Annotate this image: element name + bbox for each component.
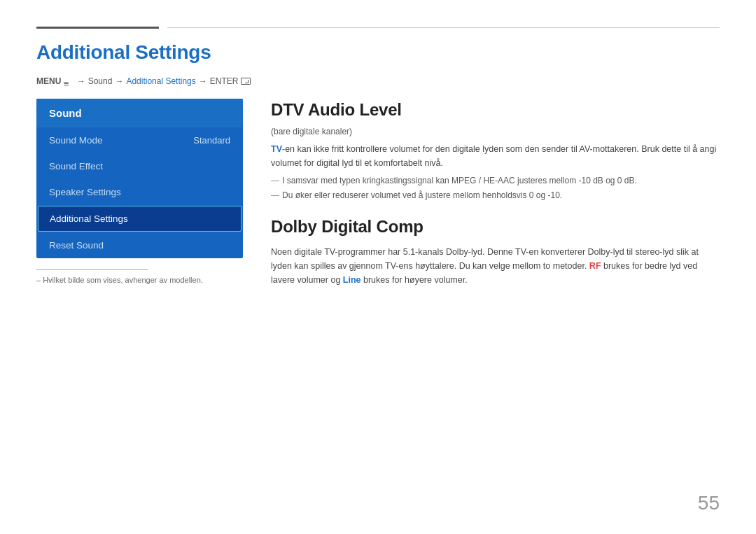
menu-item-label: Reset Sound [49,240,104,251]
line-highlight: Line [343,275,361,285]
main-content: Sound Sound Mode Standard Sound Effect S… [36,99,720,534]
breadcrumb-arrow-1: → [77,76,85,86]
top-line-dark [36,27,159,29]
menu-item-label: Sound Mode [49,135,103,146]
breadcrumb: MENU → Sound → Additional Settings → ENT… [36,76,720,86]
dolby-section: Dolby Digital Comp Noen digitale TV-prog… [271,217,720,287]
dtv-body: TV-en kan ikke fritt kontrollere volumet… [271,142,720,170]
breadcrumb-additional-settings: Additional Settings [126,76,195,86]
page-number: 55 [698,492,720,514]
top-decoration [36,0,720,29]
dtv-bullet-2: Du øker eller reduserer volumet ved å ju… [271,189,720,202]
right-panel: DTV Audio Level (bare digitale kanaler) … [271,99,720,534]
breadcrumb-arrow-2: → [115,76,123,86]
menu-item-label: Sound Effect [49,161,103,171]
top-line-light [167,27,720,28]
menu-item-speaker-settings[interactable]: Speaker Settings [36,179,243,205]
menu-item-sound-effect[interactable]: Sound Effect [36,153,243,179]
menu-item-label: Speaker Settings [49,187,121,197]
menu-item-reset-sound[interactable]: Reset Sound [36,232,243,258]
dtv-bullet-1: I samsvar med typen kringkastingssignal … [271,174,720,187]
breadcrumb-arrow-3: → [199,76,207,86]
menu-container: Sound Sound Mode Standard Sound Effect S… [36,99,243,258]
dolby-body: Noen digitale TV-programmer har 5.1-kana… [271,245,720,287]
rf-highlight: RF [589,261,601,271]
page-container: Additional Settings MENU → Sound → Addit… [0,0,756,534]
dtv-bullets: I samsvar med typen kringkastingssignal … [271,174,720,202]
menu-header: Sound [36,99,243,127]
menu-item-label: Additional Settings [50,213,128,224]
dolby-title: Dolby Digital Comp [271,217,720,237]
menu-item-additional-settings[interactable]: Additional Settings [38,206,241,232]
page-title: Additional Settings [36,41,720,64]
enter-icon [241,78,251,85]
breadcrumb-enter: ENTER [210,76,239,86]
footnote-text: – Hvilket bilde som vises, avhenger av m… [36,276,243,284]
menu-item-value: Standard [193,135,230,146]
footnote-line [36,269,148,270]
footnote-area: – Hvilket bilde som vises, avhenger av m… [36,269,243,284]
breadcrumb-sound: Sound [88,76,113,86]
tv-highlight: TV [271,144,282,154]
breadcrumb-menu: MENU [36,76,74,86]
left-panel: Sound Sound Mode Standard Sound Effect S… [36,99,243,534]
menu-items: Sound Mode Standard Sound Effect Speaker… [36,127,243,258]
dtv-section: DTV Audio Level (bare digitale kanaler) … [271,100,720,202]
menu-icon [64,78,74,85]
dtv-title: DTV Audio Level [271,100,720,120]
dtv-subtitle: (bare digitale kanaler) [271,127,720,136]
menu-item-sound-mode[interactable]: Sound Mode Standard [36,127,243,153]
